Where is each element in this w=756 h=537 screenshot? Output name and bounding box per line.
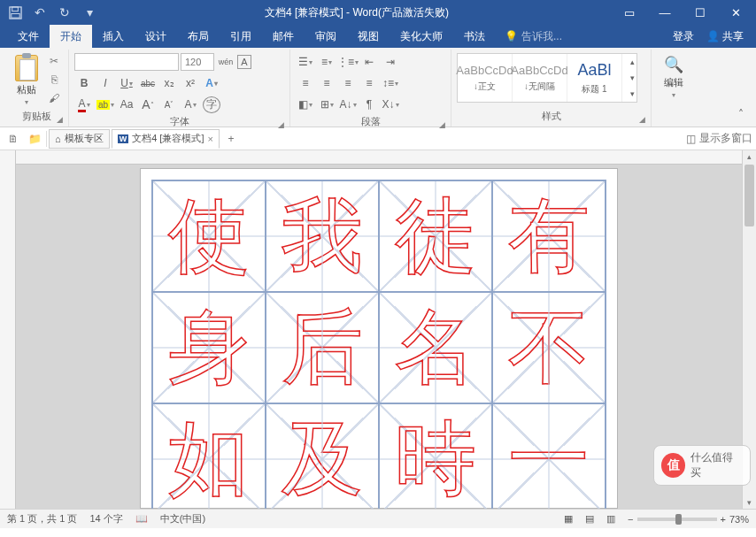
decrease-indent-button[interactable]: ⇤ xyxy=(359,53,379,71)
char-border-button[interactable]: A xyxy=(237,55,251,69)
subscript-button[interactable]: x₂ xyxy=(159,74,179,92)
tab-calligraphy[interactable]: 书法 xyxy=(453,25,496,48)
zoom-slider[interactable] xyxy=(637,518,717,521)
paragraph-dialog-launcher[interactable]: ◢ xyxy=(439,120,445,129)
add-tab-button[interactable]: + xyxy=(221,130,241,148)
share-icon: 👤 xyxy=(706,30,720,42)
zoom-in-button[interactable]: + xyxy=(721,514,726,525)
grid-cell: 使 xyxy=(152,180,266,292)
change-case-button[interactable]: Aa xyxy=(117,96,136,113)
clipboard-dialog-launcher[interactable]: ◢ xyxy=(57,115,63,124)
style-normal[interactable]: AaBbCcDd↓正文 xyxy=(458,54,513,102)
tab-home[interactable]: 开始 xyxy=(50,25,92,48)
editing-button[interactable]: 🔍 编辑 ▾ xyxy=(657,53,690,99)
highlight-button[interactable]: ab xyxy=(96,96,115,113)
shading-button[interactable]: ◧ xyxy=(296,96,315,113)
watermark-badge: 值 什么值得买 xyxy=(653,445,751,486)
login-button[interactable]: 登录 xyxy=(667,29,699,44)
tab-design[interactable]: 设计 xyxy=(135,25,177,48)
page-indicator[interactable]: 第 1 页，共 1 页 xyxy=(7,512,77,525)
spell-check-button[interactable]: 📖 xyxy=(135,513,148,525)
group-paragraph: ☰ ≡ ⋮≡ ⇤ ⇥ ≡ ≡ ≡ ≡ ↕≡ ◧ ⊞ A↓ ¶ X↓ 段落◢ xyxy=(290,50,451,127)
maximize-button[interactable]: ☐ xyxy=(683,2,717,23)
tab-file[interactable]: 文件 xyxy=(7,25,50,48)
format-painter-button[interactable]: 🖌 xyxy=(45,90,63,106)
tab-view[interactable]: 视图 xyxy=(347,25,390,48)
tab-layout[interactable]: 布局 xyxy=(177,25,220,48)
phonetic-guide-button[interactable]: wén xyxy=(216,53,235,71)
view-web-button[interactable]: ▥ xyxy=(606,513,615,525)
minimize-button[interactable]: — xyxy=(648,2,682,23)
numbering-button[interactable]: ≡ xyxy=(317,53,336,71)
borders-button[interactable]: ⊞ xyxy=(317,96,336,113)
tab-insert[interactable]: 插入 xyxy=(92,25,135,48)
multilevel-button[interactable]: ⋮≡ xyxy=(338,53,358,71)
sort-button[interactable]: A↓ xyxy=(338,96,358,113)
underline-button[interactable]: U xyxy=(117,74,136,92)
qat-more-button[interactable]: ▾ xyxy=(78,2,101,23)
tab-mailings[interactable]: 邮件 xyxy=(262,25,305,48)
font-color-button[interactable]: A xyxy=(74,96,94,113)
show-marks-button[interactable]: ¶ xyxy=(359,96,379,113)
align-right-button[interactable]: ≡ xyxy=(338,74,358,92)
bullets-button[interactable]: ☰ xyxy=(296,53,315,71)
page[interactable]: 使 我 徒 有 身 后 名 不 如 及 時 一 xyxy=(140,168,618,509)
paste-button[interactable]: 粘贴 ▾ xyxy=(11,53,42,106)
shrink-font-button[interactable]: A˅ xyxy=(159,96,179,113)
scroll-up-button[interactable]: ▴ xyxy=(743,150,756,163)
increase-indent-button[interactable]: ⇥ xyxy=(381,53,400,71)
styles-more[interactable]: ▾ xyxy=(622,86,642,102)
superscript-button[interactable]: x² xyxy=(181,74,200,92)
collapse-ribbon-button[interactable]: ˄ xyxy=(731,105,751,123)
align-center-button[interactable]: ≡ xyxy=(317,74,336,92)
ribbon-options-button[interactable]: ▭ xyxy=(613,2,646,23)
vertical-ruler[interactable] xyxy=(0,150,16,509)
scroll-down-button[interactable]: ▾ xyxy=(743,496,756,509)
tell-me-input[interactable]: 💡告诉我... xyxy=(496,25,571,48)
styles-dialog-launcher[interactable]: ◢ xyxy=(639,115,645,124)
title-bar: ↶ ↻ ▾ 文档4 [兼容模式] - Word(产品激活失败) ▭ — ☐ ✕ xyxy=(0,0,756,25)
undo-button[interactable]: ↶ xyxy=(28,2,51,23)
font-dialog-launcher[interactable]: ◢ xyxy=(278,120,284,129)
scroll-thumb[interactable] xyxy=(744,165,754,226)
line-spacing-button[interactable]: ↕≡ xyxy=(381,74,400,92)
grow-font-button[interactable]: A˄ xyxy=(138,96,158,113)
font-family-combo[interactable] xyxy=(74,53,179,71)
italic-button[interactable]: I xyxy=(96,74,115,92)
redo-button[interactable]: ↻ xyxy=(53,2,76,23)
styles-gallery[interactable]: AaBbCcDd↓正文 AaBbCcDd↓无间隔 AaBl标题 1 ▴▾▾ xyxy=(457,53,637,103)
font-size-combo[interactable]: 120 xyxy=(181,53,214,71)
view-read-button[interactable]: ▦ xyxy=(564,513,573,525)
zoom-out-button[interactable]: − xyxy=(628,514,633,525)
style-heading1[interactable]: AaBl标题 1 xyxy=(567,54,622,102)
multi-window-button[interactable]: ◫显示多窗口 xyxy=(686,130,752,148)
zoom-level[interactable]: 73% xyxy=(729,514,749,525)
tab-references[interactable]: 引用 xyxy=(220,25,262,48)
text-effects-button[interactable]: A xyxy=(202,74,221,92)
word-count[interactable]: 14 个字 xyxy=(89,512,122,525)
style-no-spacing[interactable]: AaBbCcDd↓无间隔 xyxy=(513,54,567,102)
paste-icon xyxy=(15,55,38,81)
tab-review[interactable]: 审阅 xyxy=(305,25,347,48)
bold-button[interactable]: B xyxy=(74,74,94,92)
save-button[interactable] xyxy=(4,2,27,23)
close-tab-button[interactable]: × xyxy=(207,134,212,144)
share-button[interactable]: 👤共享 xyxy=(701,29,749,44)
horizontal-ruler[interactable] xyxy=(16,150,742,165)
justify-button[interactable]: ≡ xyxy=(359,74,379,92)
align-left-button[interactable]: ≡ xyxy=(296,74,315,92)
new-doc-button[interactable]: 🗎 xyxy=(4,130,23,148)
open-folder-button[interactable]: 📁 xyxy=(25,130,44,148)
char-shading-button[interactable]: A xyxy=(181,96,200,113)
close-button[interactable]: ✕ xyxy=(719,2,752,23)
styles-up[interactable]: ▴ xyxy=(622,54,642,70)
view-print-button[interactable]: ▤ xyxy=(585,513,594,525)
tab-beautify[interactable]: 美化大师 xyxy=(390,25,453,48)
styles-down[interactable]: ▾ xyxy=(622,70,642,86)
strikethrough-button[interactable]: abc xyxy=(138,74,158,92)
text-direction-button[interactable]: X↓ xyxy=(381,96,400,113)
cut-button[interactable]: ✂ xyxy=(45,53,63,69)
copy-button[interactable]: ⎘ xyxy=(45,72,63,88)
language-indicator[interactable]: 中文(中国) xyxy=(160,512,205,525)
enclose-char-button[interactable]: 字 xyxy=(202,96,221,113)
